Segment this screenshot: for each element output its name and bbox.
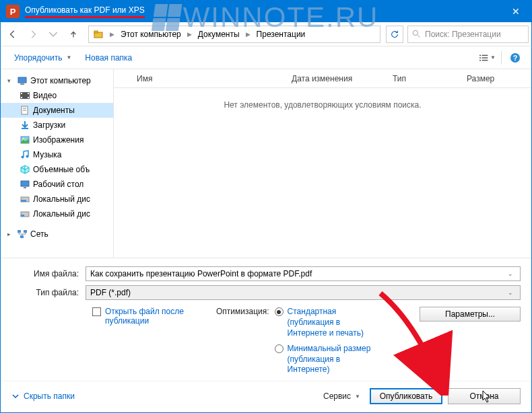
path-segment-0[interactable]: Этот компьютер xyxy=(117,26,185,42)
svg-rect-28 xyxy=(24,187,26,188)
path-box[interactable]: ▶ Этот компьютер ▶ Документы ▶ Презентац… xyxy=(88,26,380,43)
sidebar-network[interactable]: ▸ Сеть xyxy=(1,227,113,241)
disk-icon xyxy=(20,194,30,204)
radio-standard[interactable]: Стандартная (публикация в Интернете и пе… xyxy=(275,307,382,338)
hide-folders-button[interactable]: Скрыть папки xyxy=(11,391,75,401)
svg-point-24 xyxy=(23,138,25,140)
sidebar-item-desktop[interactable]: Рабочий стол xyxy=(1,177,113,192)
view-options-button[interactable]: ▼ xyxy=(479,50,496,66)
nav-up-button[interactable] xyxy=(64,25,83,44)
sidebar-item-pictures[interactable]: Изображения xyxy=(1,133,113,147)
svg-point-26 xyxy=(26,155,29,158)
svg-rect-30 xyxy=(21,200,26,202)
svg-rect-9 xyxy=(482,59,488,60)
filetype-combo[interactable]: PDF (*.pdf)⌄ xyxy=(86,285,521,300)
filename-input[interactable]: Как сохранить презентацию PowerPoint в ф… xyxy=(86,266,521,281)
svg-rect-4 xyxy=(479,54,481,55)
svg-rect-6 xyxy=(479,57,481,58)
disk-icon xyxy=(20,209,30,219)
search-icon xyxy=(412,30,421,38)
col-date[interactable]: Дата изменения xyxy=(286,74,387,83)
svg-rect-8 xyxy=(479,59,481,60)
nav-forward-button[interactable] xyxy=(24,25,42,44)
svg-rect-33 xyxy=(18,230,21,233)
svg-text:?: ? xyxy=(513,54,518,62)
col-type[interactable]: Тип xyxy=(387,74,461,83)
sidebar-item-downloads[interactable]: Загрузки xyxy=(1,118,113,133)
svg-point-25 xyxy=(22,156,24,159)
svg-rect-1 xyxy=(94,31,98,33)
svg-rect-7 xyxy=(482,57,488,58)
svg-rect-35 xyxy=(20,235,24,238)
cube-icon xyxy=(20,164,30,175)
svg-rect-17 xyxy=(28,93,29,94)
tools-button[interactable]: Сервис▼ xyxy=(319,390,364,402)
radio-minimal[interactable]: Минимальный размер (публикация в Интерне… xyxy=(275,344,382,375)
sidebar-this-pc[interactable]: ▾ Этот компьютер xyxy=(1,73,113,88)
close-button[interactable]: ✕ xyxy=(500,1,531,22)
filename-label: Имя файла: xyxy=(11,269,86,278)
svg-rect-18 xyxy=(28,97,29,98)
svg-point-2 xyxy=(413,30,418,35)
optimization-label: Оптимизация: xyxy=(216,307,269,316)
svg-rect-15 xyxy=(21,93,22,94)
refresh-button[interactable] xyxy=(386,26,403,43)
sidebar-item-disk-1[interactable]: Локальный дис xyxy=(1,192,113,206)
search-input[interactable]: Поиск: Презентации xyxy=(407,26,529,43)
desktop-icon xyxy=(20,179,30,190)
sidebar-item-documents[interactable]: Документы xyxy=(1,103,113,118)
svg-rect-5 xyxy=(482,54,488,55)
svg-rect-12 xyxy=(18,77,26,83)
nav-recent-button[interactable] xyxy=(44,25,63,44)
window-title: Опубликовать как PDF или XPS xyxy=(25,5,145,18)
network-icon xyxy=(17,229,28,239)
new-folder-button[interactable]: Новая папка xyxy=(79,50,137,65)
chevron-down-icon xyxy=(11,392,20,400)
sidebar: ▾ Этот компьютер Видео Документы Загрузк… xyxy=(1,69,114,258)
sidebar-item-music[interactable]: Музыка xyxy=(1,147,113,162)
svg-rect-27 xyxy=(21,181,29,186)
sidebar-item-3d[interactable]: Объемные объ xyxy=(1,162,113,177)
col-size[interactable]: Размер xyxy=(461,74,515,83)
nav-back-button[interactable] xyxy=(3,25,22,44)
video-icon xyxy=(20,90,30,101)
documents-icon xyxy=(20,105,30,116)
col-name[interactable]: Имя xyxy=(131,74,286,83)
computer-icon xyxy=(17,75,28,86)
pictures-icon xyxy=(20,135,30,145)
filetype-label: Тип файла: xyxy=(11,288,86,297)
music-icon xyxy=(20,149,30,160)
titlebar: P Опубликовать как PDF или XPS ✕ xyxy=(1,1,531,22)
svg-rect-34 xyxy=(24,230,27,233)
sidebar-item-disk-2[interactable]: Локальный дис xyxy=(1,206,113,221)
svg-rect-13 xyxy=(20,83,24,85)
downloads-icon xyxy=(20,120,30,130)
organize-button[interactable]: Упорядочить▼ xyxy=(9,50,77,65)
publish-button[interactable]: Опубликовать xyxy=(370,388,442,404)
path-root-icon[interactable] xyxy=(89,26,108,42)
svg-line-3 xyxy=(418,35,420,37)
svg-rect-16 xyxy=(21,97,22,98)
open-after-checkbox[interactable]: Открыть файл после публикации xyxy=(92,307,200,326)
path-segment-1[interactable]: Документы xyxy=(194,26,244,42)
path-segment-2[interactable]: Презентации xyxy=(253,26,310,42)
app-icon: P xyxy=(6,5,20,18)
cancel-button[interactable]: Отмена xyxy=(448,388,521,404)
column-headers: Имя Дата изменения Тип Размер xyxy=(114,69,531,88)
help-button[interactable]: ? xyxy=(507,50,523,66)
parameters-button[interactable]: Параметры... xyxy=(420,307,521,322)
svg-rect-32 xyxy=(21,215,24,217)
empty-message: Нет элементов, удовлетворяющих условиям … xyxy=(114,100,531,110)
sidebar-item-video[interactable]: Видео xyxy=(1,88,113,103)
